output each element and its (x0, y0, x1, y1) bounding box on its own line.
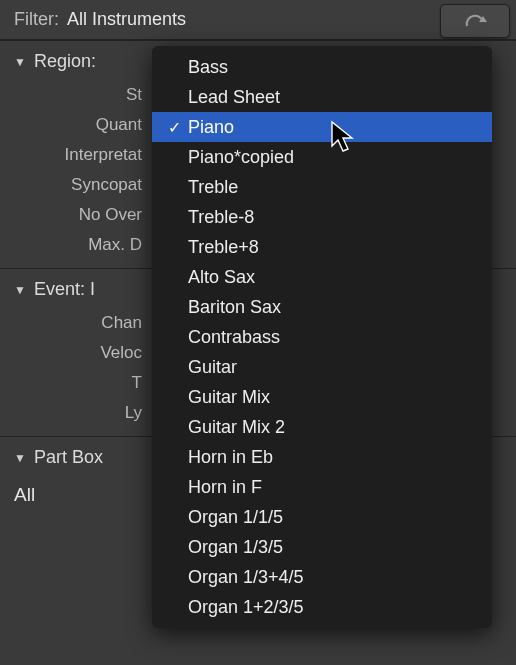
disclosure-triangle-icon: ▼ (14, 451, 26, 465)
menu-item-label: Organ 1/3+4/5 (188, 567, 476, 588)
menu-item[interactable]: Horn in Eb (152, 442, 492, 472)
menu-item-label: Lead Sheet (188, 87, 476, 108)
menu-item[interactable]: Bariton Sax (152, 292, 492, 322)
menu-item[interactable]: Guitar Mix 2 (152, 412, 492, 442)
menu-item-label: Treble+8 (188, 237, 476, 258)
menu-item[interactable]: Organ 1+2/3/5 (152, 592, 492, 622)
menu-item[interactable]: Guitar (152, 352, 492, 382)
filter-value[interactable]: All Instruments (67, 9, 186, 30)
menu-item-label: Contrabass (188, 327, 476, 348)
disclosure-triangle-icon: ▼ (14, 55, 26, 69)
menu-item[interactable]: Treble (152, 172, 492, 202)
menu-item-label: Treble (188, 177, 476, 198)
param-label: St (14, 85, 142, 105)
sync-button[interactable] (440, 4, 510, 38)
menu-item[interactable]: Organ 1/3/5 (152, 532, 492, 562)
menu-item[interactable]: Alto Sax (152, 262, 492, 292)
menu-item-label: Piano (188, 117, 476, 138)
menu-item-label: Organ 1/3/5 (188, 537, 476, 558)
menu-item[interactable]: Organ 1/3+4/5 (152, 562, 492, 592)
param-label: T (14, 373, 142, 393)
param-label: Interpretat (14, 145, 142, 165)
partbox-title: Part Box (34, 447, 103, 468)
menu-item-label: Guitar (188, 357, 476, 378)
param-label: Ly (14, 403, 142, 423)
menu-item-label: Treble-8 (188, 207, 476, 228)
menu-item[interactable]: Bass (152, 52, 492, 82)
menu-item-label: Organ 1+2/3/5 (188, 597, 476, 618)
staff-style-menu[interactable]: BassLead Sheet✓PianoPiano*copiedTrebleTr… (152, 46, 492, 628)
menu-item-label: Bass (188, 57, 476, 78)
menu-item-label: Horn in F (188, 477, 476, 498)
menu-item[interactable]: Guitar Mix (152, 382, 492, 412)
menu-item[interactable]: Contrabass (152, 322, 492, 352)
param-label: Chan (14, 313, 142, 333)
disclosure-triangle-icon: ▼ (14, 283, 26, 297)
checkmark-icon: ✓ (160, 118, 188, 137)
param-label: Quant (14, 115, 142, 135)
menu-item-label: Piano*copied (188, 147, 476, 168)
menu-item-label: Alto Sax (188, 267, 476, 288)
partbox-all-label: All (14, 484, 35, 505)
menu-item[interactable]: ✓Piano (152, 112, 492, 142)
menu-item[interactable]: Organ 1/1/5 (152, 502, 492, 532)
region-title: Region: (34, 51, 96, 72)
menu-item[interactable]: Treble-8 (152, 202, 492, 232)
menu-item-label: Organ 1/1/5 (188, 507, 476, 528)
filter-bar: Filter: All Instruments (0, 0, 516, 40)
menu-item[interactable]: Piano*copied (152, 142, 492, 172)
menu-item-label: Guitar Mix 2 (188, 417, 476, 438)
filter-label: Filter: (14, 9, 59, 30)
sync-icon (463, 12, 487, 30)
param-label: Veloc (14, 343, 142, 363)
param-label: No Over (14, 205, 142, 225)
menu-item[interactable]: Treble+8 (152, 232, 492, 262)
param-label: Syncopat (14, 175, 142, 195)
menu-item[interactable]: Lead Sheet (152, 82, 492, 112)
menu-item-label: Bariton Sax (188, 297, 476, 318)
event-title: Event: I (34, 279, 95, 300)
param-label: Max. D (14, 235, 142, 255)
menu-item[interactable]: Horn in F (152, 472, 492, 502)
menu-item-label: Guitar Mix (188, 387, 476, 408)
menu-item-label: Horn in Eb (188, 447, 476, 468)
